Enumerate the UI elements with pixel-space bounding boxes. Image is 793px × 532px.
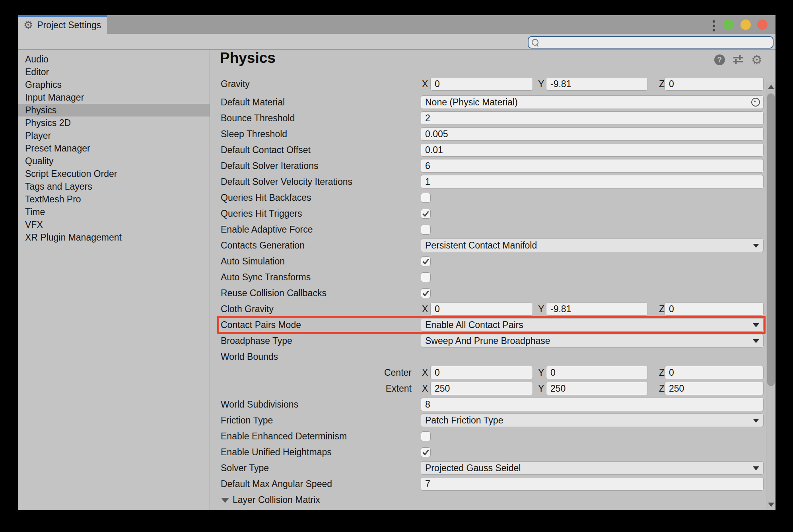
- setting-label: World Bounds: [221, 351, 278, 362]
- gear-icon: ⚙: [23, 20, 33, 31]
- y-value-field[interactable]: 0: [546, 366, 648, 379]
- sidebar-item-audio[interactable]: Audio: [18, 53, 210, 66]
- checkbox[interactable]: [421, 209, 431, 219]
- value-field[interactable]: 1: [421, 175, 764, 188]
- sidebar-item-script-execution-order[interactable]: Script Execution Order: [18, 167, 210, 180]
- object-picker-icon[interactable]: [751, 98, 760, 107]
- sidebar-item-preset-manager[interactable]: Preset Manager: [18, 142, 210, 155]
- axis-label-z: Z: [659, 383, 665, 394]
- row-center: CenterX0Y0Z0: [210, 365, 766, 381]
- chevron-down-icon: [753, 466, 759, 470]
- x-value-field[interactable]: 0: [430, 366, 533, 379]
- checkbox[interactable]: [421, 447, 431, 457]
- setting-label: Default Contact Offset: [221, 145, 311, 155]
- dropdown[interactable]: Projected Gauss Seidel: [421, 461, 764, 475]
- setting-label: Enable Enhanced Determinism: [221, 431, 347, 442]
- axis-label-y: Y: [538, 304, 544, 315]
- search-box[interactable]: [528, 36, 774, 49]
- axis-label-y: Y: [538, 383, 544, 394]
- row-bounce-threshold: Bounce Threshold2: [210, 110, 766, 126]
- z-value-field[interactable]: 0: [665, 77, 764, 91]
- checkbox[interactable]: [421, 193, 431, 203]
- setting-label: Default Solver Iterations: [221, 161, 318, 171]
- axis-label-z: Z: [659, 79, 665, 89]
- sidebar-item-tags-and-layers[interactable]: Tags and Layers: [18, 180, 210, 193]
- axis-label-x: X: [422, 304, 428, 315]
- x-value-field[interactable]: 0: [430, 302, 533, 316]
- row-default-contact-offset: Default Contact Offset0.01: [210, 142, 766, 158]
- foldout-arrow-icon[interactable]: [221, 498, 229, 503]
- value-field[interactable]: 6: [421, 159, 764, 173]
- row-queries-hit-backfaces: Queries Hit Backfaces: [210, 190, 766, 206]
- checkbox[interactable]: [421, 225, 431, 235]
- dropdown[interactable]: Patch Friction Type: [421, 414, 764, 427]
- chevron-down-icon: [753, 339, 759, 343]
- dropdown[interactable]: Persistent Contact Manifold: [421, 239, 764, 252]
- value-field[interactable]: 8: [421, 398, 764, 411]
- setting-label: Cloth Gravity: [221, 304, 274, 315]
- row-contacts-generation: Contacts GenerationPersistent Contact Ma…: [210, 237, 766, 253]
- setting-label: Center: [332, 367, 412, 378]
- sidebar-item-graphics[interactable]: Graphics: [18, 78, 210, 91]
- kebab-menu-icon[interactable]: [713, 20, 715, 31]
- scroll-up-icon[interactable]: [768, 85, 774, 89]
- scrollbar-thumb[interactable]: [767, 93, 775, 386]
- x-value-field[interactable]: 250: [430, 382, 533, 395]
- z-value-field[interactable]: 0: [665, 366, 764, 379]
- object-field[interactable]: None (Physic Material): [421, 95, 764, 109]
- help-icon[interactable]: ?: [713, 54, 725, 66]
- row-enable-unified-heightmaps: Enable Unified Heightmaps: [210, 444, 766, 460]
- z-value-field[interactable]: 250: [665, 382, 764, 395]
- axis-label-x: X: [422, 79, 428, 89]
- sidebar-item-physics-2d[interactable]: Physics 2D: [18, 116, 210, 129]
- object-field-value: None (Physic Material): [425, 97, 518, 108]
- traffic-light-green[interactable]: [724, 19, 734, 30]
- sidebar-item-editor[interactable]: Editor: [18, 66, 210, 78]
- search-input[interactable]: [541, 37, 773, 48]
- value-field[interactable]: 7: [421, 477, 764, 491]
- dropdown[interactable]: Sweep And Prune Broadphase: [421, 334, 764, 348]
- sidebar-item-physics[interactable]: Physics: [18, 104, 210, 116]
- row-enable-enhanced-determinism: Enable Enhanced Determinism: [210, 428, 766, 444]
- value-field[interactable]: 2: [421, 111, 764, 125]
- sidebar-item-input-manager[interactable]: Input Manager: [18, 91, 210, 104]
- setting-label: Solver Type: [221, 463, 269, 474]
- setting-label: Contacts Generation: [221, 240, 305, 251]
- search-icon: [532, 39, 538, 46]
- dropdown[interactable]: Enable All Contact Pairs: [421, 318, 764, 332]
- x-value-field[interactable]: 0: [430, 77, 533, 91]
- sidebar-item-player[interactable]: Player: [18, 129, 210, 142]
- project-settings-window: ⚙ Project Settings AudioEditorGraphicsIn…: [18, 15, 776, 510]
- sidebar-item-vfx[interactable]: VFX: [18, 218, 210, 231]
- sidebar-item-quality[interactable]: Quality: [18, 155, 210, 167]
- row-default-max-angular-speed: Default Max Angular Speed7: [210, 476, 766, 492]
- checkbox[interactable]: [421, 256, 431, 266]
- setting-label: Enable Adaptive Force: [221, 224, 313, 235]
- z-value-field[interactable]: 0: [665, 302, 764, 316]
- value-field[interactable]: 0.01: [421, 143, 764, 157]
- row-world-subdivisions: World Subdivisions8: [210, 396, 766, 412]
- sidebar-item-time[interactable]: Time: [18, 206, 210, 218]
- y-value-field[interactable]: -9.81: [546, 302, 648, 316]
- gear-icon[interactable]: ⚙: [751, 54, 763, 66]
- y-value-field[interactable]: 250: [546, 382, 648, 395]
- traffic-light-red[interactable]: [757, 19, 768, 30]
- vertical-scrollbar[interactable]: [766, 82, 776, 510]
- checkbox[interactable]: [421, 272, 431, 282]
- traffic-light-yellow[interactable]: [741, 19, 751, 30]
- row-default-solver-velocity-iterations: Default Solver Velocity Iterations1: [210, 174, 766, 190]
- setting-label: Default Max Angular Speed: [221, 479, 332, 489]
- checkbox[interactable]: [421, 288, 431, 298]
- row-gravity: GravityX0Y-9.81Z0: [210, 76, 766, 92]
- dropdown-value: Projected Gauss Seidel: [425, 463, 521, 474]
- value-field[interactable]: 0.005: [421, 127, 764, 141]
- foldout-label[interactable]: Layer Collision Matrix: [233, 495, 320, 505]
- sidebar-item-xr-plugin-management[interactable]: XR Plugin Management: [18, 231, 210, 244]
- checkbox[interactable]: [421, 431, 431, 441]
- sidebar-item-textmesh-pro[interactable]: TextMesh Pro: [18, 193, 210, 206]
- tab-project-settings[interactable]: ⚙ Project Settings: [18, 15, 107, 34]
- chevron-down-icon: [753, 244, 759, 248]
- scroll-down-icon[interactable]: [768, 503, 774, 507]
- presets-icon[interactable]: [732, 54, 744, 66]
- y-value-field[interactable]: -9.81: [546, 77, 648, 91]
